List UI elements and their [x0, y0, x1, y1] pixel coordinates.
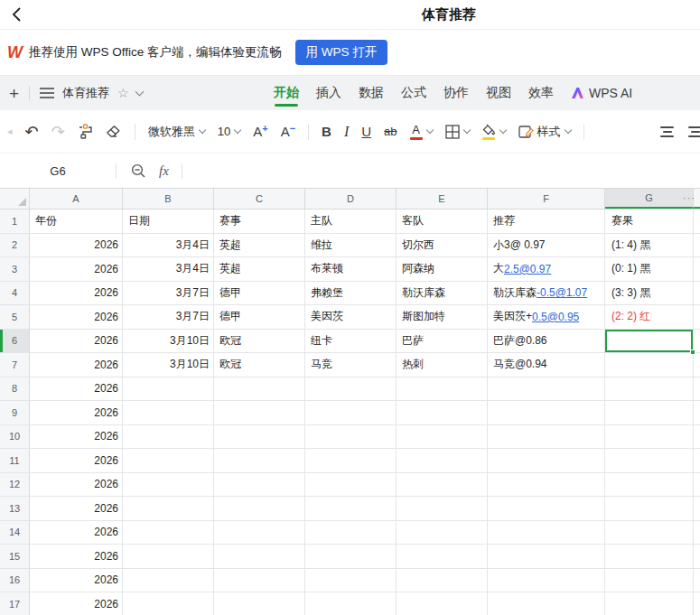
new-sheet-icon[interactable]: +: [9, 85, 19, 102]
select-all-corner[interactable]: [0, 189, 30, 209]
back-icon[interactable]: [9, 6, 25, 23]
column-header-A[interactable]: A: [30, 189, 123, 209]
redo-icon[interactable]: ↷: [51, 122, 65, 142]
cell-F2[interactable]: 小3@ 0.97: [488, 234, 605, 258]
cell-B4[interactable]: 3月7日: [123, 282, 214, 306]
cell-G14[interactable]: [605, 521, 694, 545]
cell-style-button[interactable]: 样式: [518, 124, 571, 140]
tab-插入[interactable]: 插入: [316, 76, 341, 110]
cell-E5[interactable]: 斯图加特: [397, 305, 488, 330]
recommendation-link[interactable]: -0.5@1.07: [537, 286, 587, 299]
cell-F16[interactable]: [488, 569, 605, 593]
cell-D7[interactable]: 马竞: [305, 353, 397, 377]
row-header-7[interactable]: 7: [0, 353, 30, 377]
cell-C11[interactable]: [214, 449, 305, 473]
cell-E14[interactable]: [397, 521, 488, 545]
cell-A1[interactable]: 年份: [30, 210, 123, 234]
underline-button[interactable]: U: [361, 124, 371, 139]
eraser-icon[interactable]: [106, 125, 122, 139]
formula-input[interactable]: [182, 154, 700, 188]
row-header-8[interactable]: 8: [0, 377, 30, 402]
cell-B2[interactable]: 3月4日: [123, 234, 214, 258]
cell-B17[interactable]: [123, 592, 214, 615]
cell-C5[interactable]: 德甲: [214, 305, 305, 330]
cell-B3[interactable]: 3月4日: [123, 257, 214, 282]
row-header-14[interactable]: 14: [0, 521, 30, 545]
cell-D2[interactable]: 维拉: [305, 234, 397, 258]
cell-B10[interactable]: [123, 425, 214, 450]
tab-视图[interactable]: 视图: [486, 76, 511, 110]
row-header-17[interactable]: 17: [0, 592, 30, 615]
font-name-select[interactable]: 微软雅黑: [148, 124, 205, 140]
cell-A11[interactable]: 2026: [30, 449, 123, 473]
decrease-font-button[interactable]: A−: [281, 124, 295, 139]
cell-C9[interactable]: [214, 401, 305, 425]
cell-A7[interactable]: 2026: [30, 353, 123, 377]
menu-icon[interactable]: [40, 88, 54, 98]
cell-F15[interactable]: [488, 545, 605, 569]
column-header-E[interactable]: E: [397, 189, 488, 209]
cell-C8[interactable]: [214, 377, 305, 402]
cell-B9[interactable]: [123, 401, 214, 425]
cell-G12[interactable]: [605, 473, 694, 498]
italic-button[interactable]: I: [344, 124, 349, 140]
cell-C1[interactable]: 赛事: [214, 210, 305, 234]
increase-font-button[interactable]: A+: [253, 124, 267, 139]
column-header-D[interactable]: D: [305, 189, 397, 209]
cell-D13[interactable]: [305, 497, 397, 521]
cell-D16[interactable]: [305, 569, 397, 593]
cell-A16[interactable]: 2026: [30, 569, 123, 593]
cell-F7[interactable]: 马竞@0.94: [488, 353, 605, 377]
cell-F13[interactable]: [488, 497, 605, 521]
cell-G5[interactable]: (2: 2) 红: [605, 305, 694, 330]
document-name[interactable]: 体育推荐: [62, 85, 109, 101]
fill-color-button[interactable]: [482, 124, 506, 140]
zoom-out-icon[interactable]: [131, 163, 146, 179]
more-columns-icon[interactable]: ···: [683, 192, 695, 203]
cell-E10[interactable]: [397, 425, 488, 450]
format-painter-icon[interactable]: [78, 124, 93, 139]
row-header-9[interactable]: 9: [0, 401, 30, 425]
recommendation-link[interactable]: 2.5@0.97: [504, 263, 551, 275]
cell-B6[interactable]: 3月10日: [123, 330, 214, 354]
cell-F1[interactable]: 推荐: [488, 210, 605, 234]
cell-F6[interactable]: 巴萨@0.86: [488, 330, 605, 354]
cell-C6[interactable]: 欧冠: [214, 330, 305, 354]
undo-icon[interactable]: ↶: [25, 122, 39, 142]
cell-F12[interactable]: [488, 473, 605, 498]
cell-A4[interactable]: 2026: [30, 282, 123, 306]
cell-B12[interactable]: [123, 473, 214, 498]
cell-A9[interactable]: 2026: [30, 401, 123, 425]
cell-B13[interactable]: [123, 497, 214, 521]
align-center-icon[interactable]: [688, 126, 700, 137]
row-header-3[interactable]: 3: [0, 257, 30, 282]
cell-D3[interactable]: 布莱顿: [305, 257, 397, 282]
column-header-B[interactable]: B: [123, 189, 214, 209]
cell-B15[interactable]: [123, 545, 214, 569]
insert-function-icon[interactable]: fx: [159, 163, 169, 179]
cell-F17[interactable]: [488, 592, 605, 615]
cell-G16[interactable]: [605, 569, 694, 593]
cell-A15[interactable]: 2026: [30, 545, 123, 569]
cell-D15[interactable]: [305, 545, 397, 569]
cell-B11[interactable]: [123, 449, 214, 473]
cell-G6[interactable]: [605, 330, 694, 354]
row-header-2[interactable]: 2: [0, 234, 30, 258]
tab-公式[interactable]: 公式: [401, 76, 426, 110]
cell-D17[interactable]: [305, 592, 397, 615]
cell-D4[interactable]: 弗赖堡: [305, 282, 397, 306]
cell-A5[interactable]: 2026: [30, 305, 123, 330]
row-header-15[interactable]: 15: [0, 545, 30, 569]
cell-C10[interactable]: [214, 425, 305, 450]
font-size-select[interactable]: 10: [218, 125, 240, 138]
cell-B16[interactable]: [123, 569, 214, 593]
cell-C12[interactable]: [214, 473, 305, 498]
cell-E9[interactable]: [397, 401, 488, 425]
star-icon[interactable]: ☆: [117, 87, 129, 99]
cell-G10[interactable]: [605, 425, 694, 450]
scroll-left-icon[interactable]: ◂: [7, 126, 13, 137]
cell-E17[interactable]: [397, 592, 488, 615]
cell-B8[interactable]: [123, 377, 214, 402]
row-header-1[interactable]: 1: [0, 210, 30, 234]
tab-wps-ai[interactable]: WPS AI: [571, 76, 632, 110]
